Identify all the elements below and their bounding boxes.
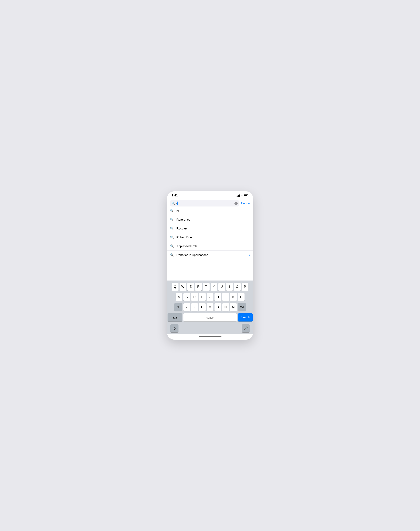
key-delete[interactable]: ⌫ [238,303,246,311]
home-bar [199,336,222,337]
suggestion-text: ro [177,209,250,213]
key-a[interactable]: A [176,293,182,301]
suggestion-text: Research [177,227,250,230]
suggestion-search-icon: 🔍 [170,244,174,248]
shift-icon: ⇧ [177,305,180,309]
search-input-wrap[interactable]: 🔍 r ✕ [170,200,240,206]
keyboard-extras-row: ☺ 🎤 [167,324,253,334]
suggestion-text: Reference [177,218,250,221]
text-cursor [178,202,178,205]
keyboard: Q W E R T Y U I O P A S D F G H J K L ⇧ [167,281,253,334]
suggestion-search-icon: 🔍 [170,209,174,213]
key-mic[interactable]: 🎤 [242,324,250,332]
key-space[interactable]: space [183,313,237,322]
home-indicator-area [167,334,253,340]
suggestion-item-ro[interactable]: 🔍 ro [167,206,253,215]
key-i[interactable]: I [226,283,233,291]
key-l[interactable]: L [238,293,244,301]
keyboard-row-bottom: 123 space Search [167,313,253,322]
suggestion-search-icon: 🔍 [170,218,174,221]
suggestions-list: 🔍 ro 🔍 Reference 🔍 Research 🔍 Robert Doe… [167,206,253,259]
key-f[interactable]: F [199,293,206,301]
arrow-up-right-icon: ↗ [247,253,251,257]
key-m[interactable]: M [230,303,237,311]
suggestion-item-research[interactable]: 🔍 Research [167,224,253,233]
key-z[interactable]: Z [183,303,190,311]
key-n[interactable]: N [222,303,229,311]
suggestion-search-icon: 🔍 [170,235,174,239]
search-area: 🔍 r ✕ Cancel [167,199,253,206]
key-shift[interactable]: ⇧ [174,303,182,311]
battery-icon [244,194,248,197]
key-u[interactable]: U [218,283,225,291]
suggestion-search-icon: 🔍 [170,227,174,230]
suggestion-text: Robert Doe [177,236,250,239]
delete-icon: ⌫ [240,306,244,309]
search-icon: 🔍 [171,202,175,205]
key-h[interactable]: H [214,293,221,301]
wifi-icon: ∿ [241,194,243,197]
phone-frame: 9:41 ∿ 🔍 r ✕ Cancel 🔍 ro 🔍 R [167,191,253,340]
status-time: 9:41 [172,194,178,197]
key-e[interactable]: E [187,283,194,291]
key-x[interactable]: X [191,303,198,311]
key-r[interactable]: R [195,283,202,291]
key-emoji[interactable]: ☺ [170,324,179,332]
key-g[interactable]: G [207,293,213,301]
key-t[interactable]: T [203,283,210,291]
key-j[interactable]: J [222,293,229,301]
keyboard-row-2: A S D F G H J K L [167,293,253,301]
key-c[interactable]: C [199,303,206,311]
suggestion-item-reference[interactable]: 🔍 Reference [167,215,253,224]
key-y[interactable]: Y [211,283,217,291]
suggestion-item-appleseed-rob[interactable]: 🔍 Appleseed Rob [167,242,253,251]
key-k[interactable]: K [230,293,237,301]
clear-button[interactable]: ✕ [234,202,238,205]
key-numbers[interactable]: 123 [167,313,182,322]
suggestion-item-robotics[interactable]: 🔍 Robotics in Applications ↗ [167,251,253,259]
key-w[interactable]: W [180,283,186,291]
key-b[interactable]: B [214,303,221,311]
status-icons: ∿ [237,194,248,197]
signal-icon [237,194,240,197]
key-d[interactable]: D [191,293,198,301]
keyboard-row-1: Q W E R T Y U I O P [167,283,253,291]
search-value: r [176,202,178,205]
status-bar: 9:41 ∿ [167,191,253,199]
key-v[interactable]: V [207,303,213,311]
key-o[interactable]: O [234,283,241,291]
key-search[interactable]: Search [238,313,253,322]
cancel-button[interactable]: Cancel [241,202,251,205]
key-p[interactable]: P [242,283,248,291]
key-s[interactable]: S [183,293,190,301]
key-q[interactable]: Q [172,283,179,291]
suggestion-text: Robotics in Applications [177,253,245,257]
suggestion-item-robert-doe[interactable]: 🔍 Robert Doe [167,233,253,242]
search-input[interactable]: r [176,202,233,205]
empty-content-area [167,259,253,281]
suggestion-search-icon: 🔍 [170,253,174,257]
keyboard-row-3: ⇧ Z X C V B N M ⌫ [167,303,253,311]
suggestion-text: Appleseed Rob [177,245,250,248]
